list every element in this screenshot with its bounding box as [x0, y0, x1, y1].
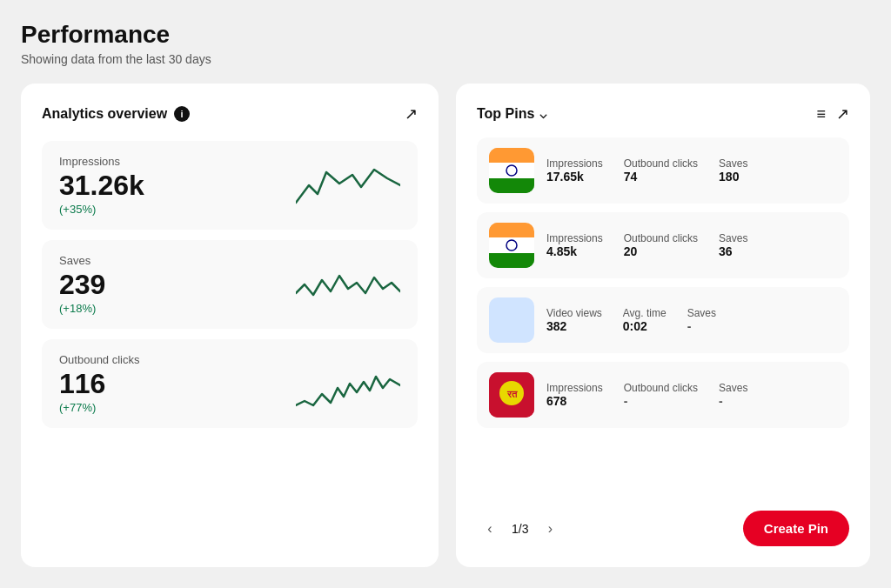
top-pins-title-dropdown[interactable]: Top Pins ⌵ [477, 106, 546, 122]
export-icon-right[interactable]: ↗︎ [836, 104, 849, 124]
page-header: Performance Showing data from the last 3… [21, 21, 870, 66]
saves-info: Saves 239 (+18%) [59, 254, 296, 315]
create-pin-button[interactable]: Create Pin [743, 511, 849, 546]
page-title: Performance [21, 21, 870, 49]
saves-card: Saves 239 (+18%) [42, 240, 418, 329]
pin-3-videoviews: Video views 382 [546, 307, 602, 333]
pin-3-metrics: Video views 382 Avg. time 0:02 Saves - [546, 307, 837, 333]
next-page-button[interactable]: › [537, 516, 563, 542]
saves-change: (+18%) [59, 302, 296, 315]
pin-thumb-3 [489, 297, 534, 343]
pin-thumb-1 [489, 148, 534, 193]
chevron-down-icon: ⌵ [539, 107, 546, 121]
pin-2-outbound: Outbound clicks 20 [624, 232, 698, 258]
svg-rect-2 [489, 178, 534, 193]
impressions-value: 31.26k [59, 171, 296, 199]
page-indicator: 1/3 [512, 522, 528, 536]
pin-4-saves: Saves - [719, 382, 747, 408]
impressions-change: (+35%) [59, 203, 296, 216]
outbound-clicks-label: Outbound clicks [59, 353, 296, 366]
top-pins-panel: Top Pins ⌵ ≡ ↗︎ Impressions [456, 84, 870, 567]
pin-row-4: रत Impressions 678 Outbound clicks - Sav… [477, 362, 849, 428]
outbound-clicks-value: 116 [59, 370, 296, 398]
pin-1-saves: Saves 180 [719, 157, 747, 184]
pin-row-1: Impressions 17.65k Outbound clicks 74 Sa… [477, 137, 849, 204]
pin-thumb-2 [489, 223, 534, 268]
pin-4-outbound: Outbound clicks - [624, 382, 698, 408]
prev-page-button[interactable]: ‹ [477, 516, 503, 542]
outbound-clicks-card: Outbound clicks 116 (+77%) [42, 339, 418, 428]
pin-thumb-4: रत [489, 372, 534, 418]
saves-label: Saves [59, 254, 296, 267]
saves-value: 239 [59, 271, 296, 298]
svg-rect-6 [489, 253, 534, 268]
pin-4-impressions: Impressions 678 [546, 382, 603, 408]
pin-1-metrics: Impressions 17.65k Outbound clicks 74 Sa… [546, 157, 837, 184]
main-content: Analytics overview i ↗︎ Impressions 31.2… [21, 84, 870, 567]
top-pins-header: Top Pins ⌵ ≡ ↗︎ [477, 104, 849, 124]
svg-text:रत: रत [506, 389, 518, 399]
pin-2-impressions: Impressions 4.85k [546, 232, 603, 258]
page-subtitle: Showing data from the last 30 days [21, 52, 870, 66]
pin-3-avgtime: Avg. time 0:02 [623, 307, 667, 333]
svg-rect-0 [489, 148, 534, 163]
pin-row-2: Impressions 4.85k Outbound clicks 20 Sav… [477, 212, 849, 278]
impressions-info: Impressions 31.26k (+35%) [59, 155, 296, 216]
saves-sparkline [296, 258, 400, 311]
outbound-clicks-info: Outbound clicks 116 (+77%) [59, 353, 296, 414]
pin-1-impressions: Impressions 17.65k [546, 157, 603, 184]
top-pins-label: Top Pins [477, 106, 534, 122]
pin-3-saves: Saves - [687, 307, 716, 333]
pin-1-outbound: Outbound clicks 74 [624, 157, 698, 184]
pin-4-metrics: Impressions 678 Outbound clicks - Saves … [546, 382, 837, 408]
outbound-clicks-sparkline [296, 357, 400, 410]
pagination: ‹ 1/3 › Create Pin [477, 497, 849, 546]
top-pins-actions: ≡ ↗︎ [816, 104, 849, 124]
pin-2-saves: Saves 36 [719, 232, 747, 258]
export-icon[interactable]: ↗︎ [405, 104, 418, 124]
analytics-panel-header: Analytics overview i ↗︎ [42, 104, 418, 124]
info-icon[interactable]: i [174, 106, 190, 122]
svg-rect-4 [489, 223, 534, 237]
pagination-controls: ‹ 1/3 › [477, 516, 563, 542]
analytics-panel-header-left: Analytics overview i [42, 106, 190, 122]
analytics-panel-title: Analytics overview [42, 106, 167, 122]
filter-icon[interactable]: ≡ [816, 105, 826, 124]
analytics-panel: Analytics overview i ↗︎ Impressions 31.2… [21, 84, 439, 567]
pin-row-3: Video views 382 Avg. time 0:02 Saves - [477, 287, 849, 353]
impressions-label: Impressions [59, 155, 296, 168]
impressions-sparkline [296, 159, 400, 211]
outbound-clicks-change: (+77%) [59, 401, 296, 414]
pin-2-metrics: Impressions 4.85k Outbound clicks 20 Sav… [546, 232, 837, 258]
impressions-card: Impressions 31.26k (+35%) [42, 141, 418, 230]
